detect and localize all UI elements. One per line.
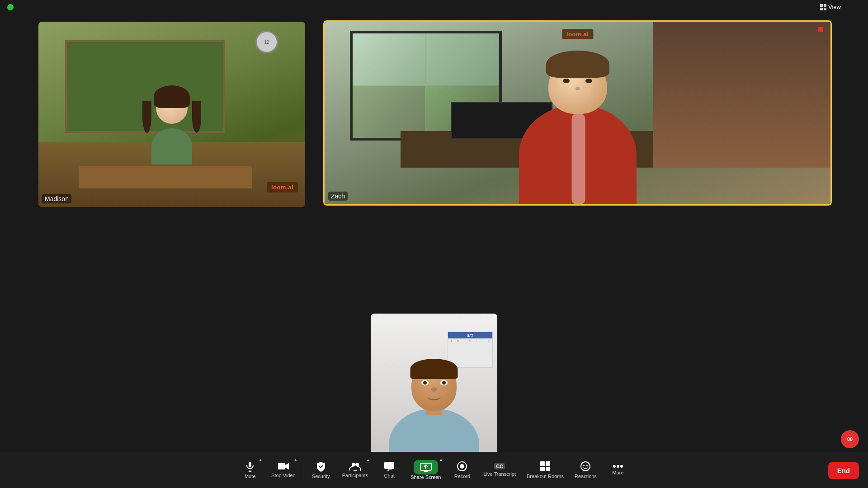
end-button[interactable]: End xyxy=(828,462,859,479)
ellipsis-icon xyxy=(613,465,623,468)
participant-name-madison: Madison xyxy=(42,194,71,203)
svg-rect-3 xyxy=(824,8,826,10)
chat-button[interactable]: Chat xyxy=(373,454,405,486)
svg-rect-1 xyxy=(824,4,826,7)
svg-rect-7 xyxy=(278,463,285,469)
participant-name-zach: Zach xyxy=(328,192,348,201)
reactions-button[interactable]: Reactions xyxy=(569,454,602,486)
stop-video-chevron: ▲ xyxy=(294,458,297,462)
stop-video-button[interactable]: ▲ Stop Video xyxy=(266,454,301,486)
mute-chevron: ▲ xyxy=(259,458,262,462)
share-screen-chevron: ▲ xyxy=(439,458,443,462)
participant-tile-madison: 12 loom.ai Madison xyxy=(38,22,305,207)
svg-point-9 xyxy=(355,463,359,466)
breakout-rooms-label: Breakout Rooms xyxy=(527,474,564,479)
more-label: More xyxy=(612,470,623,475)
svg-rect-4 xyxy=(249,462,251,467)
svg-point-14 xyxy=(460,464,464,469)
people-icon xyxy=(349,462,361,471)
security-label: Security xyxy=(312,474,330,479)
cc-icon: CC xyxy=(494,463,505,469)
svg-rect-0 xyxy=(820,4,823,7)
chat-icon xyxy=(384,461,395,471)
breakout-rooms-button[interactable]: Breakout Rooms xyxy=(521,454,569,486)
svg-rect-15 xyxy=(540,461,545,466)
microphone-icon xyxy=(245,461,255,472)
share-screen-button[interactable]: ▲ Share Screen xyxy=(405,454,446,486)
share-screen-label: Share Screen xyxy=(410,474,441,480)
view-button[interactable]: View xyxy=(820,4,841,10)
svg-point-24 xyxy=(620,465,623,468)
shield-icon xyxy=(316,461,326,472)
svg-rect-10 xyxy=(384,462,394,469)
live-transcript-button[interactable]: CC Live Transcript xyxy=(478,454,521,486)
svg-point-19 xyxy=(581,462,590,471)
svg-point-20 xyxy=(583,465,585,466)
svg-rect-17 xyxy=(540,467,545,471)
share-screen-active-bg xyxy=(414,460,438,474)
loom-watermark-madison: loom.ai xyxy=(267,182,298,192)
view-label: View xyxy=(828,4,841,10)
svg-rect-18 xyxy=(546,467,550,471)
svg-point-8 xyxy=(352,463,355,466)
divider-1 xyxy=(303,461,303,479)
participants-button[interactable]: ▲ Participants xyxy=(337,454,373,486)
loom-watermark-zach: loom.ai xyxy=(562,29,593,39)
title-bar: View xyxy=(0,0,868,14)
live-transcript-label: Live Transcript xyxy=(483,471,516,477)
more-button[interactable]: More xyxy=(602,454,634,486)
reactions-label: Reactions xyxy=(575,474,597,479)
share-screen-icon xyxy=(420,463,432,472)
video-grid: 12 loom.ai Madison xyxy=(0,0,868,488)
record-button[interactable]: Record xyxy=(446,454,478,486)
participant-tile-zach: loom.ai Zach xyxy=(323,20,832,206)
chat-label: Chat xyxy=(384,473,395,479)
mute-label: Mute xyxy=(245,474,255,479)
grid-icon xyxy=(540,461,551,472)
svg-point-21 xyxy=(586,465,588,466)
emoji-icon xyxy=(580,461,591,472)
participants-chevron: ▲ xyxy=(366,458,370,462)
svg-rect-2 xyxy=(820,8,823,10)
security-button[interactable]: Security xyxy=(305,454,337,486)
svg-point-22 xyxy=(613,465,616,468)
record-icon xyxy=(457,461,467,472)
svg-rect-16 xyxy=(546,461,550,466)
recording-indicator xyxy=(818,27,823,32)
participants-label: Participants xyxy=(342,473,368,478)
mute-button[interactable]: ▲ Mute xyxy=(234,454,266,486)
traffic-light-green xyxy=(7,4,14,10)
stop-video-label: Stop Video xyxy=(271,473,296,478)
camera-icon xyxy=(278,462,289,471)
record-label: Record xyxy=(454,474,470,479)
svg-point-23 xyxy=(617,465,619,468)
toolbar: ▲ Mute ▲ Stop Video Security xyxy=(0,452,868,488)
recording-status-badge: 00 xyxy=(841,430,859,448)
